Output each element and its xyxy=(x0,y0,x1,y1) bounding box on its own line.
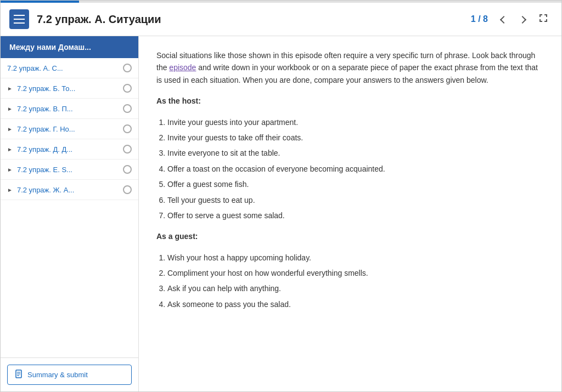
sidebar-item-circle-2 xyxy=(123,84,132,93)
prev-button[interactable] xyxy=(497,12,511,27)
sidebar-item-label-3: 7.2 упраж. В. П... xyxy=(17,105,120,113)
summary-submit-button[interactable]: Summary & submit xyxy=(7,365,132,385)
sidebar-item-5[interactable]: ► 7.2 упраж. Д. Д... xyxy=(1,139,138,160)
app-container: 7.2 упраж. А. Ситуации 1 / 8 xyxy=(0,0,562,392)
content-area: Social situations like those shown in th… xyxy=(139,36,561,391)
page-title: 7.2 упраж. А. Ситуации xyxy=(37,13,471,26)
document-icon xyxy=(15,370,23,380)
fullscreen-icon xyxy=(538,13,548,23)
guest-item-3: Ask if you can help with anything. xyxy=(167,282,544,294)
host-item-2: Invite your guests to take off their coa… xyxy=(167,132,544,144)
sidebar-item-2[interactable]: ► 7.2 упраж. Б. То... xyxy=(1,78,138,99)
next-button[interactable] xyxy=(515,12,530,27)
sidebar-item-1[interactable]: 7.2 упраж. А. С... xyxy=(1,58,138,78)
arrow-icon-5: ► xyxy=(7,146,13,152)
sidebar-header: Между нами Домаш... xyxy=(1,36,138,58)
host-item-1: Invite your guests into your apartment. xyxy=(167,116,544,128)
sidebar-item-circle-5 xyxy=(123,145,132,154)
sidebar-item-label-2: 7.2 упраж. Б. То... xyxy=(17,84,120,93)
sidebar-item-circle-4 xyxy=(123,124,132,133)
summary-button-label: Summary & submit xyxy=(27,371,88,379)
arrow-icon-6: ► xyxy=(7,167,13,173)
host-item-6: Tell your guests to eat up. xyxy=(167,194,544,206)
guest-item-4: Ask someone to pass you the salad. xyxy=(167,298,544,310)
guest-list: Wish your host a happy upcoming holiday.… xyxy=(167,252,544,311)
sidebar-item-7[interactable]: ► 7.2 упраж. Ж. А... xyxy=(1,180,138,200)
intro-paragraph: Social situations like those shown in th… xyxy=(156,49,544,86)
sidebar-item-circle-7 xyxy=(123,185,132,194)
sidebar-item-6[interactable]: ► 7.2 упраж. Е. S... xyxy=(1,160,138,180)
sidebar-item-label-6: 7.2 упраж. Е. S... xyxy=(17,166,120,174)
chevron-left-icon xyxy=(500,15,508,23)
host-item-4: Offer a toast on the occasion of everyon… xyxy=(167,163,544,175)
sidebar-item-label-4: 7.2 упраж. Г. Но... xyxy=(17,125,120,133)
hamburger-line-3 xyxy=(14,22,25,24)
sidebar-item-circle-6 xyxy=(123,165,132,174)
fullscreen-button[interactable] xyxy=(534,11,553,27)
sidebar-item-label-7: 7.2 упраж. Ж. А... xyxy=(17,186,120,194)
guest-item-2: Compliment your host on how wonderful ev… xyxy=(167,267,544,279)
main-layout: Между нами Домаш... 7.2 упраж. А. С... ►… xyxy=(1,36,561,391)
arrow-icon-7: ► xyxy=(7,187,13,193)
guest-heading: As a guest: xyxy=(156,230,544,242)
page-indicator: 1 / 8 xyxy=(471,14,488,24)
guest-item-1: Wish your host a happy upcoming holiday. xyxy=(167,252,544,264)
arrow-icon-2: ► xyxy=(7,86,13,92)
sidebar-item-label-5: 7.2 упраж. Д. Д... xyxy=(17,145,120,154)
host-item-3: Invite everyone to sit at the table. xyxy=(167,147,544,159)
sidebar-items: 7.2 упраж. А. С... ► 7.2 упраж. Б. То...… xyxy=(1,58,138,357)
sidebar-item-4[interactable]: ► 7.2 упраж. Г. Но... xyxy=(1,119,138,139)
host-item-7: Offer to serve a guest some salad. xyxy=(167,209,544,221)
host-heading: As the host: xyxy=(156,95,544,107)
hamburger-line-2 xyxy=(14,19,25,20)
sidebar-item-3[interactable]: ► 7.2 упраж. В. П... xyxy=(1,99,138,119)
header: 7.2 упраж. А. Ситуации 1 / 8 xyxy=(1,3,561,36)
doc-svg xyxy=(15,370,23,378)
chevron-right-icon xyxy=(519,15,526,23)
sidebar-item-label-1: 7.2 упраж. А. С... xyxy=(7,64,120,72)
intro-text-2: and write down in your workbook or on a … xyxy=(156,63,538,84)
episode-link[interactable]: episode xyxy=(169,63,196,72)
hamburger-line-1 xyxy=(14,15,25,16)
host-item-5: Offer a guest some fish. xyxy=(167,178,544,190)
sidebar-footer: Summary & submit xyxy=(1,357,138,391)
sidebar: Между нами Домаш... 7.2 упраж. А. С... ►… xyxy=(1,36,139,391)
sidebar-item-circle-1 xyxy=(123,64,132,72)
sidebar-item-circle-3 xyxy=(123,104,132,113)
arrow-icon-4: ► xyxy=(7,126,13,132)
arrow-icon-3: ► xyxy=(7,106,13,112)
host-list: Invite your guests into your apartment. … xyxy=(167,116,544,222)
header-nav: 1 / 8 xyxy=(471,11,553,27)
sidebar-header-label: Между нами Домаш... xyxy=(9,43,91,52)
menu-button[interactable] xyxy=(9,9,29,29)
